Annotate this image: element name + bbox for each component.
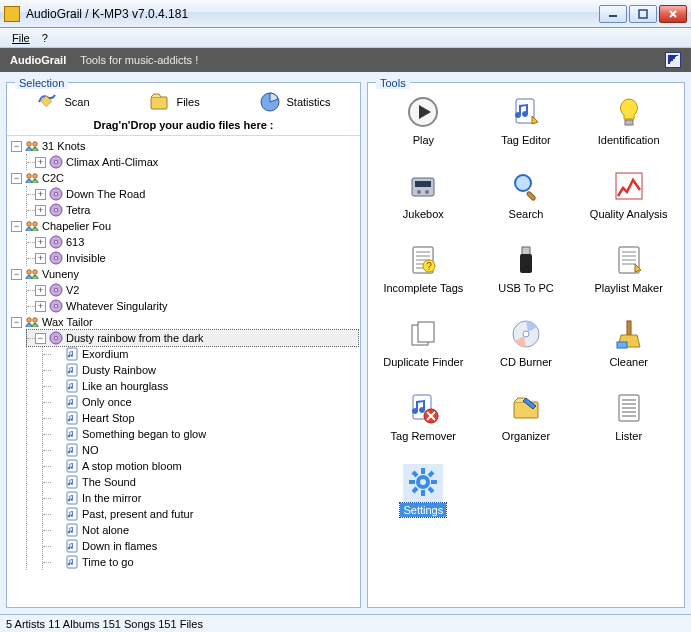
files-button[interactable]: Files <box>142 89 205 115</box>
tool-cleaner[interactable]: Cleaner <box>577 313 680 387</box>
expand-toggle[interactable]: + <box>35 301 46 312</box>
tree-row[interactable]: Only once <box>43 394 358 410</box>
tree-item-label: NO <box>82 444 99 456</box>
tree-row[interactable]: −C2C <box>11 170 358 186</box>
tree-row[interactable]: +Down The Road <box>27 186 358 202</box>
tool-label: Tag Remover <box>388 429 459 443</box>
tree-row[interactable]: Not alone <box>43 522 358 538</box>
collapse-toggle[interactable]: − <box>11 141 22 152</box>
tree-row[interactable]: Dusty Rainbow <box>43 362 358 378</box>
megaphone-icon <box>36 91 58 113</box>
menu-help[interactable]: ? <box>36 30 54 46</box>
artist-icon <box>25 267 39 281</box>
usb-to-pc-icon <box>510 244 542 276</box>
expand-toggle[interactable]: + <box>35 237 46 248</box>
collapse-toggle[interactable]: − <box>11 269 22 280</box>
tree-row[interactable]: Down in flames <box>43 538 358 554</box>
tool-playlist-maker[interactable]: Playlist Maker <box>577 239 680 313</box>
track-icon <box>65 555 79 569</box>
tree-row[interactable]: +Climax Anti-Climax <box>27 154 358 170</box>
tool-lister[interactable]: Lister <box>577 387 680 461</box>
expand-toggle[interactable]: + <box>35 157 46 168</box>
tree-row[interactable]: Time to go <box>43 554 358 570</box>
tree-row[interactable]: The Sound <box>43 474 358 490</box>
statistics-button[interactable]: Statistics <box>253 89 337 115</box>
identification-icon <box>613 96 645 128</box>
tools-grid: PlayTag EditorIdentificationJukeboxSearc… <box>368 83 684 607</box>
tree-row[interactable]: Past, present and futur <box>43 506 358 522</box>
album-icon <box>49 283 63 297</box>
tool-tag-remover[interactable]: Tag Remover <box>372 387 475 461</box>
tree-row[interactable]: +613 <box>27 234 358 250</box>
collapse-toggle[interactable]: − <box>11 173 22 184</box>
tool-duplicate-finder[interactable]: Duplicate Finder <box>372 313 475 387</box>
tool-label: Incomplete Tags <box>380 281 466 295</box>
minimize-button[interactable] <box>599 5 627 23</box>
menu-file[interactable]: File <box>6 30 36 46</box>
tools-panel: Tools PlayTag EditorIdentificationJukebo… <box>367 82 685 608</box>
tool-quality-analysis[interactable]: Quality Analysis <box>577 165 680 239</box>
tool-jukebox[interactable]: Jukebox <box>372 165 475 239</box>
collapse-toggle[interactable]: − <box>35 333 46 344</box>
tree-row[interactable]: −Chapelier Fou <box>11 218 358 234</box>
tree-row[interactable]: Something began to glow <box>43 426 358 442</box>
tree-item-label: Time to go <box>82 556 134 568</box>
tool-label: Cleaner <box>606 355 651 369</box>
tool-play[interactable]: Play <box>372 91 475 165</box>
album-icon <box>49 235 63 249</box>
tree-item-label: Chapelier Fou <box>42 220 111 232</box>
tools-panel-label: Tools <box>376 77 410 89</box>
track-icon <box>65 395 79 409</box>
tree-item-label: The Sound <box>82 476 136 488</box>
tree-row[interactable]: −Vuneny <box>11 266 358 282</box>
tree-item-label: Something began to glow <box>82 428 206 440</box>
tool-identification[interactable]: Identification <box>577 91 680 165</box>
tool-search[interactable]: Search <box>475 165 578 239</box>
toggle-placeholder <box>51 477 62 488</box>
incomplete-tags-icon <box>407 244 439 276</box>
tree-row[interactable]: Like an hourglass <box>43 378 358 394</box>
maximize-button[interactable] <box>629 5 657 23</box>
tree-row[interactable]: Heart Stop <box>43 410 358 426</box>
tool-tag-editor[interactable]: Tag Editor <box>475 91 578 165</box>
tree-item-label: Dusty Rainbow <box>82 364 156 376</box>
tool-label: Organizer <box>499 429 553 443</box>
tree-item-label: Not alone <box>82 524 129 536</box>
tree-item-label: A stop motion bloom <box>82 460 182 472</box>
play-icon <box>407 96 439 128</box>
tool-usb-to-pc[interactable]: USB To PC <box>475 239 578 313</box>
tree-row[interactable]: +Whatever Singularity <box>27 298 358 314</box>
tree-row[interactable]: +Invisible <box>27 250 358 266</box>
tool-label: Playlist Maker <box>591 281 665 295</box>
tree-row[interactable]: A stop motion bloom <box>43 458 358 474</box>
folder-icon <box>148 91 170 113</box>
tree-row[interactable]: NO <box>43 442 358 458</box>
collapse-toggle[interactable]: − <box>11 221 22 232</box>
tree-view[interactable]: −31 Knots+Climax Anti-Climax−C2C+Down Th… <box>7 135 360 607</box>
tool-incomplete-tags[interactable]: Incomplete Tags <box>372 239 475 313</box>
files-label: Files <box>176 96 199 108</box>
quality-analysis-icon <box>613 170 645 202</box>
tree-row[interactable]: In the mirror <box>43 490 358 506</box>
tree-row[interactable]: −Wax Tailor <box>11 314 358 330</box>
expand-toggle[interactable]: + <box>35 253 46 264</box>
tree-row[interactable]: −31 Knots <box>11 138 358 154</box>
tree-item-label: Down The Road <box>66 188 145 200</box>
brand-tagline: Tools for music-addicts ! <box>80 54 198 66</box>
collapse-toggle[interactable]: − <box>11 317 22 328</box>
tool-organizer[interactable]: Organizer <box>475 387 578 461</box>
tree-row[interactable]: +V2 <box>27 282 358 298</box>
scan-button[interactable]: Scan <box>30 89 95 115</box>
tree-row[interactable]: Exordium <box>43 346 358 362</box>
expand-toggle[interactable]: + <box>35 285 46 296</box>
tool-cd-burner[interactable]: CD Burner <box>475 313 578 387</box>
toggle-placeholder <box>51 381 62 392</box>
tree-row[interactable]: +Tetra <box>27 202 358 218</box>
close-button[interactable] <box>659 5 687 23</box>
tag-remover-icon <box>407 392 439 424</box>
tree-row[interactable]: −Dusty rainbow from the dark <box>27 330 358 346</box>
expand-toggle[interactable]: + <box>35 205 46 216</box>
expand-toggle[interactable]: + <box>35 189 46 200</box>
tree-item-label: Like an hourglass <box>82 380 168 392</box>
tool-settings[interactable]: Settings <box>372 461 475 535</box>
